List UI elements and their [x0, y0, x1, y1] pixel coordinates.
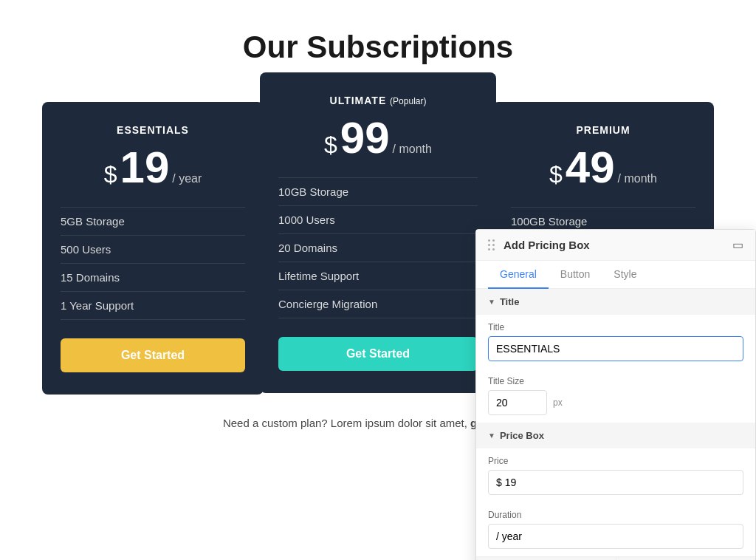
- period-premium: / month: [618, 172, 657, 185]
- card-title-ultimate: ULTIMATE (Popular): [278, 95, 478, 106]
- cancel-button[interactable]: Cancel: [616, 557, 756, 560]
- duration-input[interactable]: [488, 524, 743, 549]
- title-size-input[interactable]: [488, 390, 547, 415]
- chevron-down-icon-2: ▼: [488, 431, 495, 440]
- amount-premium: 49: [566, 143, 615, 192]
- panel-footer: Save Cancel: [476, 556, 755, 560]
- cta-button-essentials[interactable]: Get Started: [61, 338, 245, 372]
- currency-essentials: $: [104, 161, 117, 188]
- cta-button-ultimate[interactable]: Get Started: [278, 337, 478, 371]
- panel-body: ▼ Title Title Title Size px ▼ Price Box: [476, 289, 755, 556]
- tab-button[interactable]: Button: [549, 261, 602, 289]
- feature-item: 1 Year Support: [61, 292, 245, 320]
- tab-general[interactable]: General: [488, 261, 549, 289]
- period-ultimate: / month: [393, 143, 432, 156]
- title-input[interactable]: [488, 336, 743, 361]
- feature-item: 15 Domains: [61, 264, 245, 292]
- title-field-label: Title: [488, 322, 743, 332]
- price-box-section-header[interactable]: ▼ Price Box: [476, 423, 755, 448]
- feature-item: 500 Users: [61, 236, 245, 264]
- price-input[interactable]: [488, 470, 743, 495]
- period-essentials: / year: [172, 172, 202, 185]
- page-title: Our Subscriptions: [15, 30, 741, 65]
- price-row-essentials: $ 19 / year: [61, 143, 245, 192]
- title-field-group: Title: [476, 315, 755, 369]
- duration-field-label: Duration: [488, 510, 743, 520]
- amount-ultimate: 99: [340, 114, 390, 163]
- page-wrapper: Our Subscriptions ESSENTIALS $ 19 / year…: [0, 0, 756, 560]
- bottom-text-content: Need a custom plan? Lorem ipsum dolor si…: [223, 417, 467, 429]
- currency-premium: $: [549, 161, 563, 188]
- popular-badge: (Popular): [390, 96, 426, 106]
- save-button[interactable]: Save: [476, 557, 616, 560]
- title-section-label: Title: [500, 296, 520, 307]
- drag-handle-icon: [488, 239, 495, 250]
- currency-ultimate: $: [324, 132, 337, 159]
- panel-title-text: Add Pricing Box: [504, 239, 590, 251]
- title-size-unit: px: [553, 397, 563, 408]
- tab-style[interactable]: Style: [602, 261, 648, 289]
- panel-tabs: General Button Style: [476, 261, 755, 289]
- title-size-label: Title Size: [488, 376, 743, 386]
- feature-item: 1000 Users: [278, 206, 478, 234]
- feature-item: Lifetime Support: [278, 262, 478, 290]
- feature-item: 5GB Storage: [61, 207, 245, 236]
- panel-header: Add Pricing Box ▭: [476, 230, 755, 261]
- feature-item: 10GB Storage: [278, 177, 478, 206]
- price-field-label: Price: [488, 456, 743, 466]
- chevron-down-icon: ▼: [488, 298, 495, 306]
- card-title-essentials: ESSENTIALS: [61, 124, 245, 136]
- price-box-section-label: Price Box: [500, 430, 544, 441]
- add-pricing-panel: Add Pricing Box ▭ General Button Style ▼…: [475, 229, 756, 560]
- features-ultimate: 10GB Storage 1000 Users 20 Domains Lifet…: [278, 177, 478, 318]
- features-essentials: 5GB Storage 500 Users 15 Domains 1 Year …: [61, 207, 245, 320]
- panel-title-container: Add Pricing Box: [488, 239, 590, 251]
- feature-item: 20 Domains: [278, 234, 478, 262]
- duration-field-group: Duration: [476, 502, 755, 556]
- card-title-premium: PREMIUM: [511, 124, 695, 136]
- pricing-card-essentials: ESSENTIALS $ 19 / year 5GB Storage 500 U…: [42, 102, 264, 395]
- title-size-row: px: [488, 390, 743, 415]
- pricing-card-ultimate: ULTIMATE (Popular) $ 99 / month 10GB Sto…: [260, 72, 496, 393]
- title-size-group: Title Size px: [476, 369, 755, 423]
- title-section-header[interactable]: ▼ Title: [476, 289, 755, 315]
- price-field-group: Price: [476, 448, 755, 502]
- feature-item: Concierge Migration: [278, 290, 478, 318]
- amount-essentials: 19: [120, 143, 170, 192]
- price-row-premium: $ 49 / month: [511, 143, 695, 192]
- price-row-ultimate: $ 99 / month: [278, 114, 478, 163]
- minimize-button[interactable]: ▭: [732, 239, 743, 251]
